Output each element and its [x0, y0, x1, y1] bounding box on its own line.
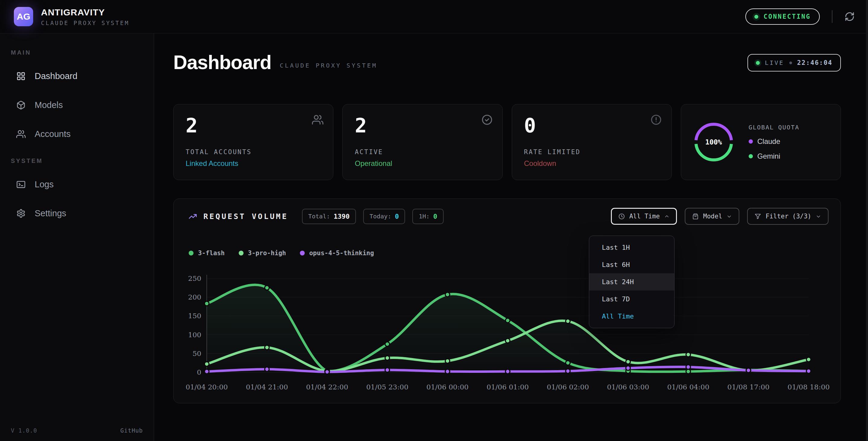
header-divider	[832, 10, 832, 23]
x-tick: 01/06 02:00	[547, 383, 589, 391]
stat-value: 2	[186, 116, 321, 136]
data-point	[325, 369, 330, 374]
data-point	[325, 369, 330, 374]
github-link[interactable]: GitHub	[120, 427, 143, 434]
chart-title: REQUEST VOLUME	[204, 212, 288, 221]
sidebar-item-settings[interactable]: Settings	[0, 204, 154, 223]
data-point	[385, 342, 390, 346]
version-label: V 1.0.0	[11, 427, 37, 434]
brand: AG ANTIGRAVITY CLAUDE PROXY SYSTEM	[14, 7, 129, 26]
menu-item-last-6h[interactable]: Last 6H	[589, 256, 674, 273]
quota-dot-1	[749, 154, 753, 158]
series-area-3-flash	[207, 285, 809, 372]
x-tick: 01/06 04:00	[667, 383, 710, 391]
data-point	[807, 357, 811, 362]
menu-item-last-1h[interactable]: Last 1H	[589, 239, 674, 256]
series-line-opus-4-5-thinking	[207, 367, 809, 372]
x-tick: 01/08 18:00	[787, 383, 830, 391]
data-point	[505, 318, 510, 323]
y-tick: 50	[193, 350, 201, 357]
x-tick: 01/04 22:00	[306, 383, 348, 391]
data-point	[265, 345, 269, 350]
x-tick: 01/06 01:00	[487, 383, 529, 391]
y-tick: 250	[188, 274, 201, 282]
funnel-icon	[754, 213, 761, 220]
users-icon	[16, 129, 26, 139]
chip-label: 1H:	[418, 213, 430, 220]
app-logo: AG	[14, 7, 33, 26]
series-area-3-pro-high	[207, 321, 809, 372]
legend-3-flash: 3-flash	[189, 249, 225, 257]
cube-icon	[16, 100, 26, 110]
sidebar-item-dashboard[interactable]: Dashboard	[0, 66, 154, 86]
data-point	[265, 286, 269, 290]
x-tick: 01/06 00:00	[427, 383, 469, 391]
button-label: Filter (3/3)	[766, 213, 811, 220]
menu-item-all-time[interactable]: All Time	[589, 308, 674, 325]
quota-legend: GLOBAL QUOTAClaudeGemini	[749, 124, 800, 160]
data-point	[626, 366, 630, 371]
menu-item-last-7d[interactable]: Last 7D	[589, 291, 674, 308]
connection-status-label: CONNECTING	[764, 13, 811, 20]
data-point	[505, 369, 510, 374]
request-volume-chart: 05010015020025001/04 20:0001/04 21:0001/…	[174, 199, 841, 404]
quota-entry-gemini: Gemini	[749, 152, 800, 160]
app-title: ANTIGRAVITY	[41, 7, 129, 18]
x-tick: 01/04 21:00	[246, 383, 288, 391]
data-point	[505, 339, 510, 343]
legend-dot	[300, 251, 305, 256]
data-point	[445, 292, 450, 297]
sidebar-item-models[interactable]: Models	[0, 95, 154, 115]
quota-label: GLOBAL QUOTA	[749, 124, 800, 131]
scrollbar[interactable]	[866, 0, 868, 441]
button-label: All Time	[629, 213, 660, 220]
time-range-menu: Last 1HLast 6HLast 24HLast 7DAll Time	[589, 236, 675, 328]
quota-entry-name: Gemini	[757, 152, 780, 160]
model-button[interactable]: Model	[685, 208, 739, 225]
data-point	[746, 368, 751, 372]
y-tick: 0	[197, 368, 201, 376]
stat-value: 2	[355, 116, 490, 136]
menu-item-last-24h[interactable]: Last 24H	[589, 273, 674, 291]
y-tick: 200	[188, 293, 201, 301]
chip-value: 0	[395, 213, 399, 220]
filter-3-3-button[interactable]: Filter (3/3)	[747, 208, 829, 225]
refresh-button[interactable]	[844, 11, 855, 22]
stat-sublabel: Linked Accounts	[186, 159, 321, 168]
sidebar-section-system: SYSTEMLogsSettings	[0, 157, 154, 223]
sidebar-section-main: MAINDashboardModelsAccounts	[0, 49, 154, 144]
data-point	[626, 369, 630, 374]
request-volume-panel: REQUEST VOLUME Total:1390Today:01H:0 All…	[173, 199, 841, 403]
data-point	[325, 370, 330, 374]
legend-opus-4-5-thinking: opus-4-5-thinking	[300, 249, 374, 257]
legend-dot	[239, 251, 244, 256]
sidebar-item-label: Models	[35, 100, 63, 110]
check-circle-icon	[481, 114, 493, 125]
stat-card-total-accounts: 2TOTAL ACCOUNTSLinked Accounts	[173, 104, 333, 180]
chip-value: 0	[433, 213, 437, 220]
stat-label: ACTIVE	[355, 148, 490, 156]
chip-total: Total:1390	[302, 209, 356, 224]
x-tick: 01/04 20:00	[186, 383, 228, 391]
chip-label: Today:	[370, 213, 391, 220]
legend-dot	[189, 251, 193, 256]
data-point	[746, 368, 751, 373]
chevron-up-icon	[664, 213, 670, 219]
data-point	[626, 359, 630, 364]
all-time-button[interactable]: All Time	[611, 208, 677, 225]
gear-icon	[16, 209, 26, 218]
terminal-icon	[16, 180, 26, 189]
grid-icon	[16, 71, 26, 81]
series-line-3-pro-high	[207, 321, 809, 371]
chip-label: Total:	[308, 213, 330, 220]
data-point	[265, 367, 269, 372]
sidebar-item-accounts[interactable]: Accounts	[0, 124, 154, 144]
app-subtitle: CLAUDE PROXY SYSTEM	[41, 20, 129, 26]
legend-label: opus-4-5-thinking	[309, 249, 374, 257]
data-point	[807, 369, 811, 374]
sidebar-item-label: Settings	[35, 208, 66, 218]
x-tick: 01/08 17:00	[727, 383, 770, 391]
data-point	[746, 368, 751, 373]
sidebar-item-logs[interactable]: Logs	[0, 175, 154, 194]
stat-card-rate-limited: 0RATE LIMITEDCooldown	[512, 104, 672, 180]
